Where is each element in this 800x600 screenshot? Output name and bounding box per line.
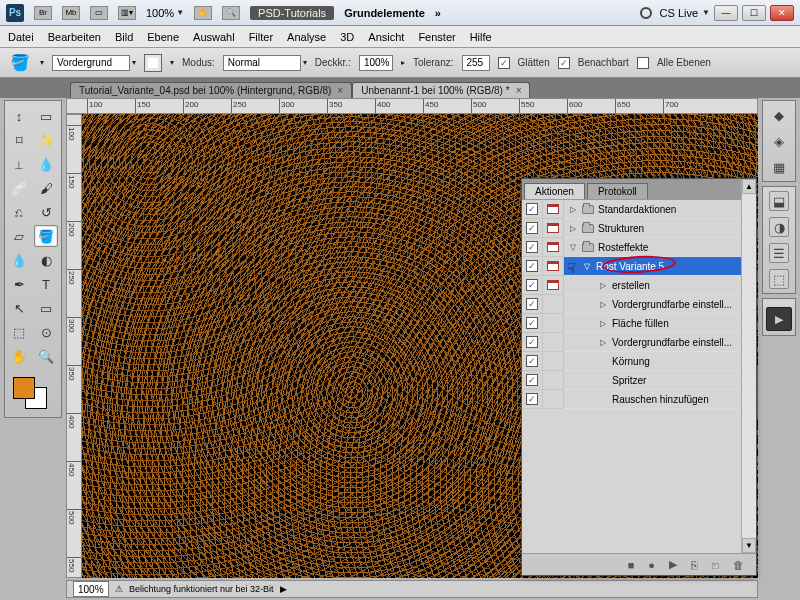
close-icon[interactable]: ×	[337, 85, 343, 96]
more-icon[interactable]: »	[435, 7, 441, 19]
action-row[interactable]: ▷Standardaktionen	[564, 200, 756, 219]
disclosure-icon[interactable]: ▷	[598, 338, 608, 347]
paint-bucket-tool-icon[interactable]: 🪣	[8, 52, 32, 74]
bridge-icon[interactable]: Br	[34, 6, 52, 20]
trash-icon[interactable]: 🗑	[733, 559, 744, 571]
opacity-field[interactable]: 100%	[359, 55, 393, 71]
lasso-tool-icon[interactable]: ⌑	[7, 129, 31, 151]
crop-tool-icon[interactable]: ⟂	[7, 153, 31, 175]
cs-live-icon[interactable]	[640, 7, 652, 19]
menu-3d[interactable]: 3D	[340, 31, 354, 43]
zoom-dropdown[interactable]: 100%▼	[146, 7, 184, 19]
vertical-ruler[interactable]: 100150200250300350400450500550	[66, 114, 82, 578]
paint-bucket-tool-icon[interactable]: 🪣	[34, 225, 58, 247]
stop-button-icon[interactable]: ■	[628, 559, 635, 571]
tab-protokoll[interactable]: Protokoll	[587, 183, 648, 199]
marquee-tool-icon[interactable]: ▭	[34, 105, 58, 127]
modal-dialog-icon[interactable]	[547, 261, 559, 271]
screen-mode-icon[interactable]: ▭	[90, 6, 108, 20]
contiguous-checkbox[interactable]: ✓	[558, 57, 570, 69]
actions-play-icon[interactable]: ▶	[766, 307, 792, 331]
hand-tool-icon[interactable]: ✋	[7, 345, 31, 367]
minibridge-icon[interactable]: Mb	[62, 6, 80, 20]
menu-bearbeiten[interactable]: Bearbeiten	[48, 31, 101, 43]
action-row[interactable]: ▷erstellen	[564, 276, 756, 295]
eyedropper-tool-icon[interactable]: 💧	[34, 153, 58, 175]
action-toggle-checkbox[interactable]: ✓	[526, 355, 538, 367]
scrollbar[interactable]: ▲ ▼	[741, 199, 756, 553]
play-button-icon[interactable]: ▶	[669, 558, 677, 571]
modal-dialog-icon[interactable]	[547, 204, 559, 214]
menu-datei[interactable]: Datei	[8, 31, 34, 43]
healing-brush-tool-icon[interactable]: 🩹	[7, 177, 31, 199]
move-tool-icon[interactable]: ↕	[7, 105, 31, 127]
action-row[interactable]: ▷Vordergrundfarbe einstell...	[564, 333, 756, 352]
close-button[interactable]: ✕	[770, 5, 794, 21]
action-toggle-checkbox[interactable]: ✓	[526, 298, 538, 310]
maximize-button[interactable]: ☐	[742, 5, 766, 21]
action-row[interactable]: Körnung	[564, 352, 756, 371]
eraser-tool-icon[interactable]: ▱	[7, 225, 31, 247]
scroll-down-icon[interactable]: ▼	[742, 538, 756, 553]
action-toggle-checkbox[interactable]: ✓	[526, 222, 538, 234]
action-row[interactable]: ▷Strukturen	[564, 219, 756, 238]
styles-panel-icon[interactable]: ▦	[769, 157, 789, 177]
action-toggle-checkbox[interactable]: ✓	[526, 336, 538, 348]
zoom-tool-shortcut-icon[interactable]: 🔍	[222, 6, 240, 20]
disclosure-icon[interactable]: ▷	[598, 300, 608, 309]
new-set-icon[interactable]: ⎘	[691, 559, 698, 571]
mode-dropdown[interactable]: Normal▾	[223, 55, 307, 71]
channels-panel-icon[interactable]: ⬚	[769, 269, 789, 289]
zoom-tool-icon[interactable]: 🔍	[34, 345, 58, 367]
record-button-icon[interactable]: ●	[648, 559, 655, 571]
action-toggle-checkbox[interactable]: ✓	[526, 393, 538, 405]
3d-tool-icon[interactable]: ⬚	[7, 321, 31, 343]
magic-wand-tool-icon[interactable]: ✨	[34, 129, 58, 151]
fill-source-dropdown[interactable]: Vordergrund▾	[52, 55, 136, 71]
disclosure-icon[interactable]: ▽	[582, 262, 592, 271]
menu-ebene[interactable]: Ebene	[147, 31, 179, 43]
cs-live-label[interactable]: CS Live	[660, 7, 699, 19]
minimize-button[interactable]: —	[714, 5, 738, 21]
antialias-checkbox[interactable]: ✓	[498, 57, 510, 69]
menu-bild[interactable]: Bild	[115, 31, 133, 43]
zoom-field[interactable]: 100%	[73, 581, 109, 597]
action-row[interactable]: ▽Rosteffekte	[564, 238, 756, 257]
blur-tool-icon[interactable]: 💧	[7, 249, 31, 271]
menu-filter[interactable]: Filter	[249, 31, 273, 43]
foreground-color-swatch[interactable]	[13, 377, 35, 399]
action-row[interactable]: Spritzer	[564, 371, 756, 390]
action-toggle-checkbox[interactable]: ✓	[526, 260, 538, 272]
hand-tool-shortcut-icon[interactable]: ✋	[194, 6, 212, 20]
action-toggle-checkbox[interactable]: ✓	[526, 241, 538, 253]
disclosure-icon[interactable]: ▷	[568, 224, 578, 233]
color-swatches[interactable]	[7, 375, 59, 413]
tab-aktionen[interactable]: Aktionen	[524, 183, 585, 199]
action-row[interactable]: ▷Vordergrundfarbe einstell...	[564, 295, 756, 314]
path-selection-tool-icon[interactable]: ↖	[7, 297, 31, 319]
disclosure-icon[interactable]: ▽	[568, 243, 578, 252]
new-action-icon[interactable]: ⏍	[712, 559, 719, 571]
brush-tool-icon[interactable]: 🖌	[34, 177, 58, 199]
document-tab[interactable]: Unbenannt-1 bei 100% (RGB/8) *×	[352, 82, 530, 98]
3d-camera-tool-icon[interactable]: ⊙	[34, 321, 58, 343]
color-panel-icon[interactable]: ◆	[769, 105, 789, 125]
workspace-name[interactable]: Grundelemente	[344, 7, 425, 19]
action-row[interactable]: ▽Rost Variante 5	[564, 257, 756, 276]
action-toggle-checkbox[interactable]: ✓	[526, 317, 538, 329]
type-tool-icon[interactable]: T	[34, 273, 58, 295]
all-layers-checkbox[interactable]	[637, 57, 649, 69]
action-toggle-checkbox[interactable]: ✓	[526, 203, 538, 215]
workspace-psdtutorials[interactable]: PSD-Tutorials	[250, 6, 334, 20]
clone-stamp-tool-icon[interactable]: ⎌	[7, 201, 31, 223]
action-toggle-checkbox[interactable]: ✓	[526, 374, 538, 386]
menu-auswahl[interactable]: Auswahl	[193, 31, 235, 43]
document-tab[interactable]: Tutorial_Variante_04.psd bei 100% (Hinte…	[70, 82, 352, 98]
masks-panel-icon[interactable]: ◑	[769, 217, 789, 237]
menu-ansicht[interactable]: Ansicht	[368, 31, 404, 43]
action-row[interactable]: Rauschen hinzufügen	[564, 390, 756, 409]
modal-dialog-icon[interactable]	[547, 223, 559, 233]
adjustments-panel-icon[interactable]: ⬓	[769, 191, 789, 211]
shape-tool-icon[interactable]: ▭	[34, 297, 58, 319]
horizontal-ruler[interactable]: 100150200250300350400450500550600650700	[66, 98, 758, 114]
